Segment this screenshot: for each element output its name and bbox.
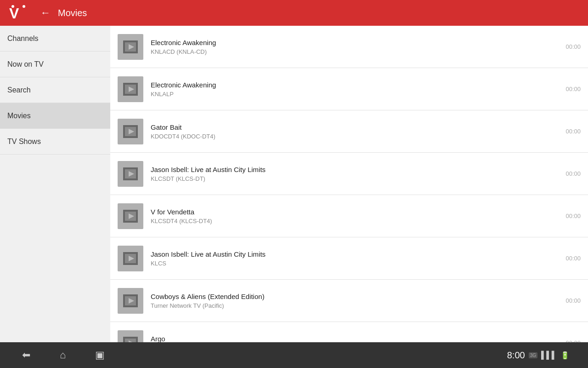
app-logo: V xyxy=(7,2,29,24)
svg-rect-35 xyxy=(136,252,138,265)
svg-rect-10 xyxy=(123,83,125,96)
movie-channel: KNLACD (KNLA-CD) xyxy=(151,48,565,55)
svg-rect-5 xyxy=(136,40,138,53)
svg-rect-7 xyxy=(123,52,138,53)
svg-rect-31 xyxy=(123,221,138,223)
movie-channel: Turner Network TV (Pacific) xyxy=(151,302,565,309)
page-title: Movies xyxy=(58,8,87,18)
movie-item-0[interactable]: Electronic AwakeningKNLACD (KNLA-CD)00:0… xyxy=(110,26,588,68)
movie-time: 00:00 xyxy=(565,213,581,219)
svg-rect-16 xyxy=(123,125,125,138)
movie-thumb xyxy=(118,203,143,229)
movie-info: Gator BaitKDOCDT4 (KDOC-DT4) xyxy=(151,123,565,140)
movie-channel: KLCSDT4 (KLCS-DT4) xyxy=(151,218,565,224)
movie-item-3[interactable]: Jason Isbell: Live at Austin City Limits… xyxy=(110,153,588,195)
movie-channel: KLCSDT (KLCS-DT) xyxy=(151,175,565,182)
movie-info: Cowboys & Aliens (Extended Edition)Turne… xyxy=(151,293,565,309)
movie-time: 00:00 xyxy=(565,86,581,92)
svg-rect-12 xyxy=(123,83,138,85)
svg-rect-23 xyxy=(136,167,138,180)
bottom-nav-bar: ⬅ ⌂ ▣ 8:00 3G ▌▌▌ 🔋 xyxy=(0,342,588,368)
recents-nav-button[interactable]: ▣ xyxy=(91,345,108,365)
top-bar: V ← Movies xyxy=(0,0,588,26)
status-bar: 8:00 3G ▌▌▌ 🔋 xyxy=(507,350,570,361)
movie-title: V for Vendetta xyxy=(151,208,565,216)
svg-rect-34 xyxy=(123,252,125,265)
svg-text:V: V xyxy=(9,5,19,22)
svg-rect-11 xyxy=(136,83,138,96)
movie-thumb xyxy=(118,161,143,187)
svg-rect-17 xyxy=(136,125,138,138)
movie-title: Jason Isbell: Live at Austin City Limits xyxy=(151,166,565,173)
signal-icon: ▌▌▌ xyxy=(541,351,557,359)
sidebar-item-movies[interactable]: Movies xyxy=(0,103,110,129)
movie-item-4[interactable]: V for VendettaKLCSDT4 (KLCS-DT4)00:00 xyxy=(110,195,588,237)
main-content: ChannelsNow on TVSearchMoviesTV Shows El… xyxy=(0,26,588,342)
svg-rect-22 xyxy=(123,167,125,180)
movie-title: Jason Isbell: Live at Austin City Limits xyxy=(151,250,565,258)
svg-rect-48 xyxy=(123,337,138,339)
back-nav-button[interactable]: ⬅ xyxy=(18,345,34,365)
svg-rect-19 xyxy=(123,136,138,138)
sidebar-item-channels[interactable]: Channels xyxy=(0,26,110,52)
movie-title: Gator Bait xyxy=(151,123,565,131)
movie-time: 00:00 xyxy=(565,170,581,177)
movie-channel: KLCS xyxy=(151,260,565,267)
movie-time: 00:00 xyxy=(565,255,581,262)
svg-rect-43 xyxy=(123,305,138,307)
movie-info: Electronic AwakeningKNLACD (KNLA-CD) xyxy=(151,39,565,55)
movie-time: 00:00 xyxy=(565,43,581,50)
svg-rect-28 xyxy=(123,210,125,223)
svg-point-1 xyxy=(11,5,14,8)
svg-rect-37 xyxy=(123,263,138,265)
movie-title: Cowboys & Aliens (Extended Edition) xyxy=(151,293,565,300)
movie-thumb xyxy=(118,288,143,314)
svg-rect-4 xyxy=(123,40,125,53)
movie-channel: KDOCDT4 (KDOC-DT4) xyxy=(151,133,565,140)
movie-info: Electronic AwakeningKNLALP xyxy=(151,81,565,98)
movie-title: Argo xyxy=(151,335,565,343)
movie-thumb xyxy=(118,76,143,102)
movie-info: ArgoFX (Pacific) xyxy=(151,335,565,343)
sidebar-item-search[interactable]: Search xyxy=(0,77,110,103)
movie-item-6[interactable]: Cowboys & Aliens (Extended Edition)Turne… xyxy=(110,280,588,322)
svg-rect-36 xyxy=(123,252,138,254)
movie-item-7[interactable]: ArgoFX (Pacific)00:00 xyxy=(110,322,588,342)
svg-rect-41 xyxy=(136,294,138,307)
back-button[interactable]: ← xyxy=(37,5,54,21)
svg-rect-25 xyxy=(123,178,138,180)
movie-thumb xyxy=(118,34,143,60)
movie-item-5[interactable]: Jason Isbell: Live at Austin City Limits… xyxy=(110,237,588,280)
svg-rect-40 xyxy=(123,294,125,307)
movie-info: Jason Isbell: Live at Austin City Limits… xyxy=(151,250,565,267)
movie-thumb xyxy=(118,246,143,271)
sidebar: ChannelsNow on TVSearchMoviesTV Shows xyxy=(0,26,110,342)
movie-title: Electronic Awakening xyxy=(151,39,565,46)
movie-title: Electronic Awakening xyxy=(151,81,565,89)
movie-channel: KNLALP xyxy=(151,91,565,98)
battery-icon: 🔋 xyxy=(560,351,570,360)
movie-info: Jason Isbell: Live at Austin City Limits… xyxy=(151,166,565,182)
clock: 8:00 xyxy=(507,350,525,361)
movie-thumb xyxy=(118,330,143,343)
svg-point-2 xyxy=(23,5,25,8)
svg-rect-42 xyxy=(123,294,138,296)
movie-list: Electronic AwakeningKNLACD (KNLA-CD)00:0… xyxy=(110,26,588,342)
movie-time: 00:00 xyxy=(565,128,581,135)
movie-info: V for VendettaKLCSDT4 (KLCS-DT4) xyxy=(151,208,565,224)
svg-rect-29 xyxy=(136,210,138,223)
svg-rect-30 xyxy=(123,210,138,212)
svg-rect-24 xyxy=(123,167,138,169)
movie-item-1[interactable]: Electronic AwakeningKNLALP00:00 xyxy=(110,68,588,110)
network-badge: 3G xyxy=(529,352,537,358)
movie-time: 00:00 xyxy=(565,297,581,304)
movie-thumb xyxy=(118,119,143,144)
svg-rect-18 xyxy=(123,125,138,127)
movie-item-2[interactable]: Gator BaitKDOCDT4 (KDOC-DT4)00:00 xyxy=(110,110,588,153)
sidebar-item-tv-shows[interactable]: TV Shows xyxy=(0,129,110,155)
svg-rect-13 xyxy=(123,94,138,96)
svg-rect-6 xyxy=(123,40,138,42)
sidebar-item-now-on-tv[interactable]: Now on TV xyxy=(0,52,110,77)
home-nav-button[interactable]: ⌂ xyxy=(56,345,69,365)
